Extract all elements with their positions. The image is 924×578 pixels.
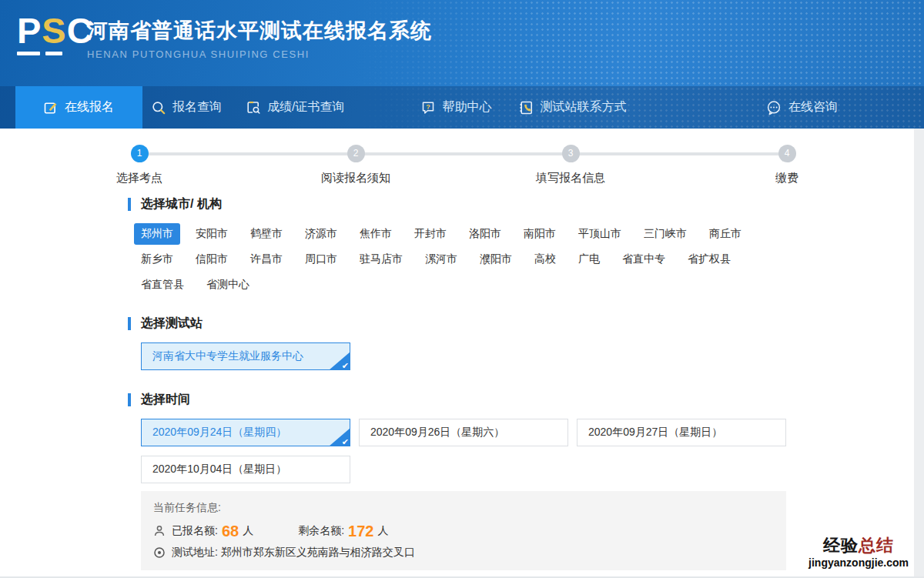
date-card[interactable]: 2020年10月04日（星期日） [141, 456, 350, 483]
time-section: 选择时间 2020年09月24日（星期四） ✔ 2020年09月26日（星期六）… [0, 392, 924, 483]
city-row: 省直管县 省测中心 [141, 274, 924, 296]
date-label: 2020年10月04日（星期日） [152, 463, 286, 476]
edit-icon [44, 101, 58, 115]
city-option[interactable]: 三门峡市 [644, 223, 687, 245]
nav-item-registration-query[interactable]: 报名查询 [152, 86, 222, 129]
registered-unit: 人 [243, 524, 253, 538]
nav-item-test-station-contact[interactable]: 测试站联系方式 [519, 86, 626, 129]
quota-row: 已报名额: 68 人 剩余名额: 172 人 [153, 523, 774, 539]
nav-item-online-registration[interactable]: 在线报名 [15, 86, 142, 129]
contact-book-icon [519, 101, 533, 115]
station-section-title: 选择测试站 [128, 316, 924, 332]
date-card-selected[interactable]: 2020年09月24日（星期四） ✔ [141, 419, 350, 446]
step-circle: 1 [131, 145, 149, 162]
search-icon [152, 101, 166, 115]
nav-item-label: 测试站联系方式 [540, 99, 626, 115]
date-label: 2020年09月27日（星期日） [588, 426, 722, 439]
city-option[interactable]: 焦作市 [360, 223, 392, 245]
check-icon: ✔ [342, 438, 349, 446]
city-option[interactable]: 省直中专 [622, 249, 665, 270]
address-value: 郑州市郑东新区义苑南路与相济路交叉口 [221, 546, 415, 560]
city-option[interactable]: 平顶山市 [578, 223, 621, 245]
step-label: 阅读报名须知 [294, 171, 417, 185]
city-option[interactable]: 济源市 [305, 223, 337, 245]
city-option[interactable]: 周口市 [305, 249, 337, 270]
city-list: 郑州市 安阳市 鹤壁市 济源市 焦作市 开封市 洛阳市 南阳市 平顶山市 三门峡… [141, 223, 924, 296]
city-section-title: 选择城市/ 机构 [128, 196, 924, 212]
step-label: 填写报名信息 [509, 171, 632, 185]
nav-item-label: 在线咨询 [788, 99, 838, 115]
step-connector-line [139, 152, 787, 155]
station-card-selected[interactable]: 河南省大中专学生就业服务中心 ✔ [141, 342, 350, 370]
step-circle: 3 [562, 145, 580, 162]
city-option[interactable]: 广电 [578, 249, 600, 270]
city-option[interactable]: 省测中心 [206, 274, 249, 296]
step-circle: 2 [347, 145, 365, 162]
step-indicator: 1 选择考点 2 阅读报名须知 3 填写报名信息 4 缴费 [0, 129, 924, 196]
step-circle: 4 [778, 145, 796, 162]
remaining-label: 剩余名额: [298, 524, 344, 538]
city-option[interactable]: 高校 [534, 249, 556, 270]
date-label: 2020年09月26日（星期六） [370, 426, 504, 439]
nav-item-label: 帮助中心 [442, 99, 491, 115]
nav-item-label: 成绩/证书查询 [267, 99, 344, 115]
registered-label: 已报名额: [172, 524, 218, 538]
step-label: 选择考点 [78, 171, 201, 185]
time-section-title: 选择时间 [128, 392, 924, 408]
psc-logo-text: PSC [17, 11, 94, 51]
site-title: 河南省普通话水平测试在线报名系统 [87, 17, 432, 45]
city-option[interactable]: 驻马店市 [360, 249, 403, 270]
date-list: 2020年09月24日（星期四） ✔ 2020年09月26日（星期六） 2020… [141, 419, 803, 483]
city-option[interactable]: 鹤壁市 [250, 223, 283, 245]
city-option[interactable]: 濮阳市 [480, 249, 512, 270]
city-row: 新乡市 信阳市 许昌市 周口市 驻马店市 漯河市 濮阳市 高校 广电 省直中专 … [141, 249, 924, 270]
city-option[interactable]: 南阳市 [524, 223, 556, 245]
svg-text:?: ? [427, 102, 431, 110]
city-option[interactable]: 安阳市 [196, 223, 228, 245]
certificate-search-icon [246, 101, 260, 115]
city-option[interactable]: 省扩权县 [688, 249, 731, 270]
city-option[interactable]: 省直管县 [141, 274, 184, 296]
header: PSC 河南省普通话水平测试在线报名系统 HENAN PUTONGHUA SHU… [0, 0, 924, 129]
watermark: 经验总结 jingyanzongjie.com [808, 536, 909, 569]
date-card[interactable]: 2020年09月26日（星期六） [359, 419, 568, 446]
nav-item-label: 报名查询 [172, 99, 222, 115]
nav-item-label: 在线报名 [65, 99, 114, 115]
main-nav: 在线报名 报名查询 成绩/证书查询 ? 帮助中心 [0, 86, 924, 129]
city-row: 郑州市 安阳市 鹤壁市 济源市 焦作市 开封市 洛阳市 南阳市 平顶山市 三门峡… [141, 223, 924, 245]
city-option[interactable]: 信阳市 [196, 249, 228, 270]
check-icon: ✔ [342, 362, 349, 370]
city-option[interactable]: 洛阳市 [469, 223, 501, 245]
step-1-select-site: 1 选择考点 [78, 145, 201, 185]
nav-item-online-consultation[interactable]: 在线咨询 [766, 86, 838, 129]
nav-item-help-center[interactable]: ? 帮助中心 [421, 86, 491, 129]
title-accent-bar [128, 198, 131, 211]
city-option[interactable]: 漯河市 [425, 249, 457, 270]
right-scrollbar-track[interactable] [914, 129, 924, 576]
city-option[interactable]: 许昌市 [250, 249, 283, 270]
remaining-unit: 人 [377, 524, 388, 538]
psc-logo: PSC [17, 11, 94, 55]
logo-underline [17, 52, 94, 55]
date-card[interactable]: 2020年09月27日（星期日） [577, 419, 786, 446]
address-label: 测试地址: [172, 546, 218, 560]
city-section: 选择城市/ 机构 郑州市 安阳市 鹤壁市 济源市 焦作市 开封市 洛阳市 南阳市… [0, 196, 924, 296]
city-option[interactable]: 开封市 [414, 223, 447, 245]
step-3-fill-info: 3 填写报名信息 [509, 145, 632, 185]
nav-item-score-certificate-query[interactable]: 成绩/证书查询 [246, 86, 344, 129]
city-option[interactable]: 新乡市 [141, 249, 173, 270]
title-accent-bar [128, 317, 131, 330]
station-name: 河南省大中专学生就业服务中心 [152, 349, 303, 363]
task-info-box: 当前任务信息: 已报名额: 68 人 剩余名额: 172 人 测试地址: 郑州市… [141, 491, 786, 570]
station-section: 选择测试站 河南省大中专学生就业服务中心 ✔ [0, 316, 924, 370]
date-label: 2020年09月24日（星期四） [152, 426, 286, 439]
city-option[interactable]: 商丘市 [709, 223, 742, 245]
step-2-read-notice: 2 阅读报名须知 [294, 145, 417, 185]
page: PSC 河南省普通话水平测试在线报名系统 HENAN PUTONGHUA SHU… [0, 0, 924, 578]
city-option-selected[interactable]: 郑州市 [134, 223, 180, 245]
help-icon: ? [421, 101, 435, 115]
location-icon [153, 546, 166, 559]
watermark-domain: jingyanzongjie.com [808, 557, 909, 569]
task-info-title: 当前任务信息: [153, 501, 774, 515]
person-icon [153, 525, 166, 537]
